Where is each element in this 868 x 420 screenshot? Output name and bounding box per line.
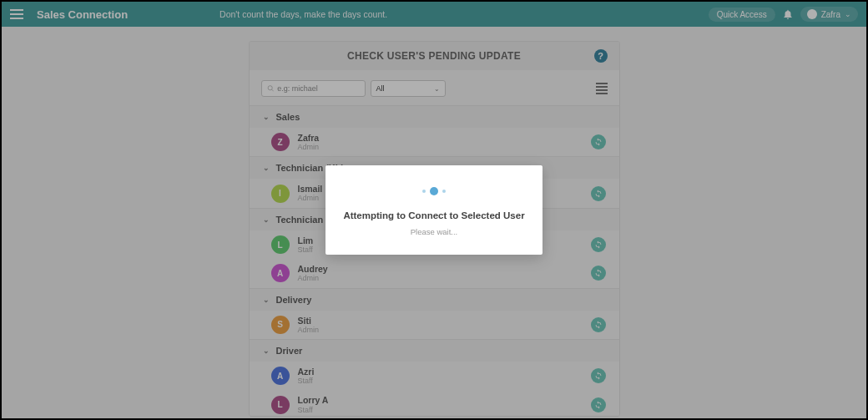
modal-overlay: Attempting to Connect to Selected User P… bbox=[2, 2, 866, 418]
modal-subtitle: Please wait... bbox=[341, 227, 527, 236]
spinner-icon bbox=[341, 187, 527, 195]
loading-modal: Attempting to Connect to Selected User P… bbox=[326, 165, 542, 255]
modal-title: Attempting to Connect to Selected User bbox=[341, 210, 527, 220]
